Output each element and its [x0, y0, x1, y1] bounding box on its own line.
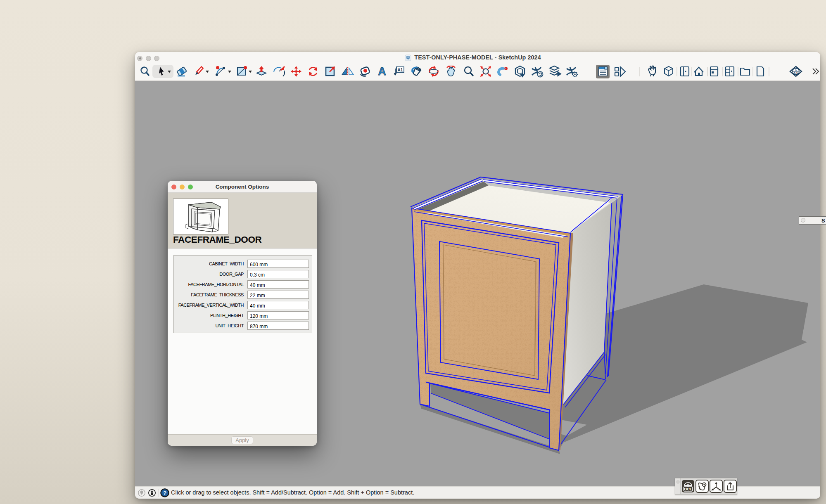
svg-text:A S: A S: [794, 71, 798, 74]
svg-text:?: ?: [163, 490, 166, 496]
svg-text:OCL: OCL: [684, 487, 692, 491]
svg-text:C: C: [795, 68, 797, 71]
svg-text:A1: A1: [398, 68, 403, 72]
svg-text:A: A: [378, 65, 386, 78]
